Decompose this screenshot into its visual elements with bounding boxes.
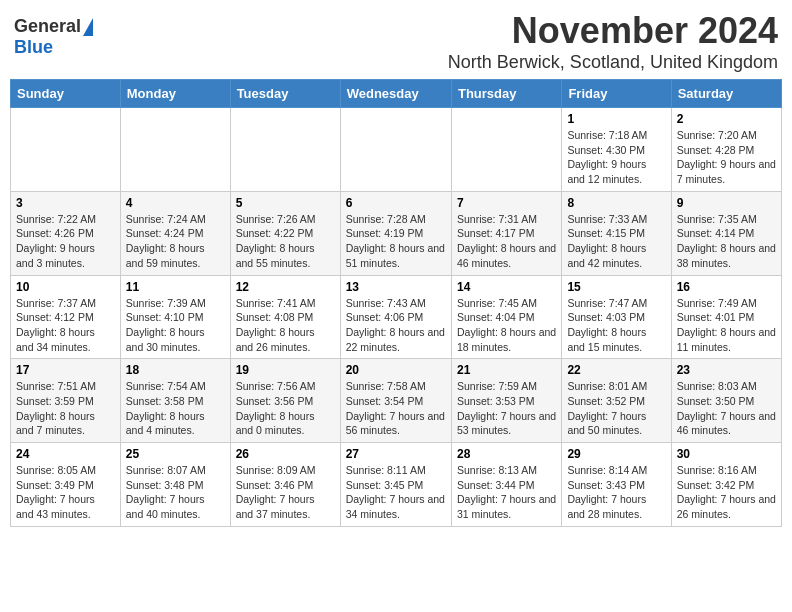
day-number: 28 (457, 447, 556, 461)
day-number: 1 (567, 112, 665, 126)
calendar-cell: 20Sunrise: 7:58 AM Sunset: 3:54 PM Dayli… (340, 359, 451, 443)
day-number: 8 (567, 196, 665, 210)
calendar-cell (11, 108, 121, 192)
day-number: 20 (346, 363, 446, 377)
day-info: Sunrise: 7:31 AM Sunset: 4:17 PM Dayligh… (457, 212, 556, 271)
calendar-cell: 28Sunrise: 8:13 AM Sunset: 3:44 PM Dayli… (451, 443, 561, 527)
calendar-cell: 10Sunrise: 7:37 AM Sunset: 4:12 PM Dayli… (11, 275, 121, 359)
calendar-cell: 11Sunrise: 7:39 AM Sunset: 4:10 PM Dayli… (120, 275, 230, 359)
calendar-cell: 24Sunrise: 8:05 AM Sunset: 3:49 PM Dayli… (11, 443, 121, 527)
day-info: Sunrise: 7:22 AM Sunset: 4:26 PM Dayligh… (16, 212, 115, 271)
day-number: 14 (457, 280, 556, 294)
weekday-header-wednesday: Wednesday (340, 80, 451, 108)
page-header: General Blue November 2024 North Berwick… (10, 10, 782, 73)
weekday-header-sunday: Sunday (11, 80, 121, 108)
calendar-cell: 29Sunrise: 8:14 AM Sunset: 3:43 PM Dayli… (562, 443, 671, 527)
calendar-cell: 8Sunrise: 7:33 AM Sunset: 4:15 PM Daylig… (562, 191, 671, 275)
calendar-cell: 30Sunrise: 8:16 AM Sunset: 3:42 PM Dayli… (671, 443, 781, 527)
week-row-5: 24Sunrise: 8:05 AM Sunset: 3:49 PM Dayli… (11, 443, 782, 527)
day-number: 9 (677, 196, 776, 210)
calendar-table: SundayMondayTuesdayWednesdayThursdayFrid… (10, 79, 782, 527)
calendar-cell (120, 108, 230, 192)
day-info: Sunrise: 7:28 AM Sunset: 4:19 PM Dayligh… (346, 212, 446, 271)
day-info: Sunrise: 8:16 AM Sunset: 3:42 PM Dayligh… (677, 463, 776, 522)
day-info: Sunrise: 7:54 AM Sunset: 3:58 PM Dayligh… (126, 379, 225, 438)
day-info: Sunrise: 7:58 AM Sunset: 3:54 PM Dayligh… (346, 379, 446, 438)
day-info: Sunrise: 8:03 AM Sunset: 3:50 PM Dayligh… (677, 379, 776, 438)
calendar-cell: 7Sunrise: 7:31 AM Sunset: 4:17 PM Daylig… (451, 191, 561, 275)
calendar-cell: 17Sunrise: 7:51 AM Sunset: 3:59 PM Dayli… (11, 359, 121, 443)
logo-general-text: General (14, 16, 81, 37)
day-number: 13 (346, 280, 446, 294)
calendar-cell: 27Sunrise: 8:11 AM Sunset: 3:45 PM Dayli… (340, 443, 451, 527)
day-info: Sunrise: 7:56 AM Sunset: 3:56 PM Dayligh… (236, 379, 335, 438)
day-number: 15 (567, 280, 665, 294)
day-info: Sunrise: 7:45 AM Sunset: 4:04 PM Dayligh… (457, 296, 556, 355)
calendar-cell: 18Sunrise: 7:54 AM Sunset: 3:58 PM Dayli… (120, 359, 230, 443)
calendar-cell: 25Sunrise: 8:07 AM Sunset: 3:48 PM Dayli… (120, 443, 230, 527)
month-title: November 2024 (448, 10, 778, 52)
day-number: 6 (346, 196, 446, 210)
day-number: 4 (126, 196, 225, 210)
day-info: Sunrise: 7:49 AM Sunset: 4:01 PM Dayligh… (677, 296, 776, 355)
day-number: 27 (346, 447, 446, 461)
calendar-cell: 21Sunrise: 7:59 AM Sunset: 3:53 PM Dayli… (451, 359, 561, 443)
day-info: Sunrise: 7:39 AM Sunset: 4:10 PM Dayligh… (126, 296, 225, 355)
calendar-cell: 2Sunrise: 7:20 AM Sunset: 4:28 PM Daylig… (671, 108, 781, 192)
day-info: Sunrise: 8:07 AM Sunset: 3:48 PM Dayligh… (126, 463, 225, 522)
week-row-4: 17Sunrise: 7:51 AM Sunset: 3:59 PM Dayli… (11, 359, 782, 443)
day-number: 7 (457, 196, 556, 210)
calendar-cell (230, 108, 340, 192)
day-info: Sunrise: 8:09 AM Sunset: 3:46 PM Dayligh… (236, 463, 335, 522)
day-info: Sunrise: 8:05 AM Sunset: 3:49 PM Dayligh… (16, 463, 115, 522)
calendar-cell: 5Sunrise: 7:26 AM Sunset: 4:22 PM Daylig… (230, 191, 340, 275)
day-number: 19 (236, 363, 335, 377)
day-number: 25 (126, 447, 225, 461)
calendar-cell: 15Sunrise: 7:47 AM Sunset: 4:03 PM Dayli… (562, 275, 671, 359)
day-info: Sunrise: 8:11 AM Sunset: 3:45 PM Dayligh… (346, 463, 446, 522)
day-number: 22 (567, 363, 665, 377)
day-number: 17 (16, 363, 115, 377)
day-info: Sunrise: 7:37 AM Sunset: 4:12 PM Dayligh… (16, 296, 115, 355)
calendar-cell: 4Sunrise: 7:24 AM Sunset: 4:24 PM Daylig… (120, 191, 230, 275)
title-section: November 2024 North Berwick, Scotland, U… (448, 10, 778, 73)
weekday-header-tuesday: Tuesday (230, 80, 340, 108)
day-number: 16 (677, 280, 776, 294)
day-info: Sunrise: 8:14 AM Sunset: 3:43 PM Dayligh… (567, 463, 665, 522)
calendar-cell: 3Sunrise: 7:22 AM Sunset: 4:26 PM Daylig… (11, 191, 121, 275)
weekday-header-monday: Monday (120, 80, 230, 108)
day-number: 26 (236, 447, 335, 461)
day-number: 12 (236, 280, 335, 294)
week-row-2: 3Sunrise: 7:22 AM Sunset: 4:26 PM Daylig… (11, 191, 782, 275)
day-info: Sunrise: 7:51 AM Sunset: 3:59 PM Dayligh… (16, 379, 115, 438)
calendar-cell: 23Sunrise: 8:03 AM Sunset: 3:50 PM Dayli… (671, 359, 781, 443)
day-number: 3 (16, 196, 115, 210)
day-info: Sunrise: 7:26 AM Sunset: 4:22 PM Dayligh… (236, 212, 335, 271)
week-row-1: 1Sunrise: 7:18 AM Sunset: 4:30 PM Daylig… (11, 108, 782, 192)
logo-blue-text: Blue (14, 37, 53, 58)
calendar-cell: 14Sunrise: 7:45 AM Sunset: 4:04 PM Dayli… (451, 275, 561, 359)
day-info: Sunrise: 7:33 AM Sunset: 4:15 PM Dayligh… (567, 212, 665, 271)
day-number: 18 (126, 363, 225, 377)
day-number: 21 (457, 363, 556, 377)
calendar-cell: 19Sunrise: 7:56 AM Sunset: 3:56 PM Dayli… (230, 359, 340, 443)
logo: General Blue (14, 16, 93, 58)
calendar-cell (451, 108, 561, 192)
day-number: 2 (677, 112, 776, 126)
calendar-cell: 26Sunrise: 8:09 AM Sunset: 3:46 PM Dayli… (230, 443, 340, 527)
weekday-header-friday: Friday (562, 80, 671, 108)
calendar-cell: 12Sunrise: 7:41 AM Sunset: 4:08 PM Dayli… (230, 275, 340, 359)
day-number: 10 (16, 280, 115, 294)
day-number: 23 (677, 363, 776, 377)
logo-triangle-icon (83, 18, 93, 36)
day-number: 11 (126, 280, 225, 294)
calendar-cell: 13Sunrise: 7:43 AM Sunset: 4:06 PM Dayli… (340, 275, 451, 359)
day-info: Sunrise: 7:18 AM Sunset: 4:30 PM Dayligh… (567, 128, 665, 187)
calendar-cell: 6Sunrise: 7:28 AM Sunset: 4:19 PM Daylig… (340, 191, 451, 275)
weekday-header-saturday: Saturday (671, 80, 781, 108)
day-number: 29 (567, 447, 665, 461)
day-number: 5 (236, 196, 335, 210)
calendar-cell (340, 108, 451, 192)
day-info: Sunrise: 7:47 AM Sunset: 4:03 PM Dayligh… (567, 296, 665, 355)
day-info: Sunrise: 7:41 AM Sunset: 4:08 PM Dayligh… (236, 296, 335, 355)
